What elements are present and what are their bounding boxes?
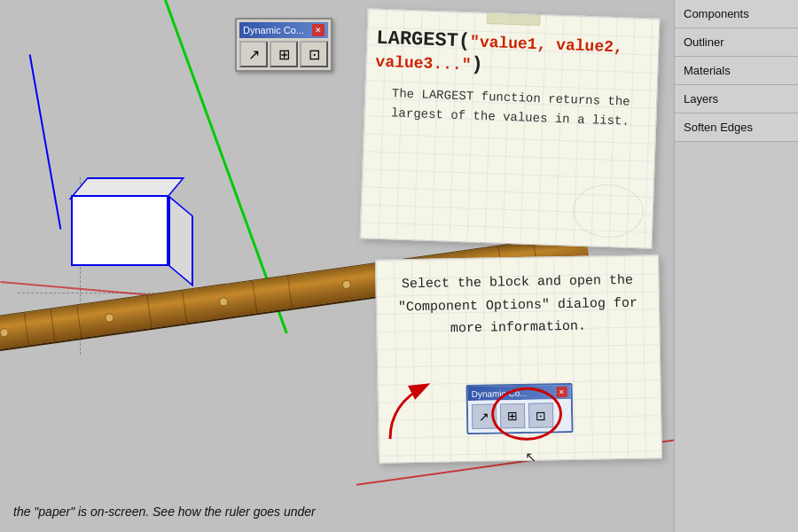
ruler-tick — [76, 305, 82, 338]
ruler-tick — [252, 281, 257, 314]
3d-viewport: LARGEST("value1, value2, value3...") The… — [0, 0, 674, 532]
panel-item-outliner[interactable]: Outliner — [675, 28, 798, 57]
toolbar-interact-button[interactable]: ⊡ — [300, 41, 328, 67]
mini-dialog-close-button[interactable]: ✕ — [557, 387, 567, 397]
bottom-caption-text: the "paper" is on-screen. See how the ru… — [13, 505, 316, 519]
ruler-tick — [50, 309, 55, 342]
cube-side-face — [168, 195, 193, 286]
ruler-tick — [146, 295, 152, 328]
mini-icon-component[interactable]: ⊞ — [500, 403, 525, 428]
panel-label-materials: Materials — [684, 64, 731, 77]
notecard1-content: LARGEST("value1, value2, value3...") The… — [373, 27, 650, 132]
ruler-dot — [105, 312, 114, 322]
mini-icon-select[interactable]: ↗ — [472, 403, 497, 428]
bottom-caption: the "paper" is on-screen. See how the ru… — [13, 505, 316, 519]
ruler-tick — [182, 291, 187, 324]
toolbar-title-text: Dynamic Co... — [243, 25, 304, 35]
notecard2-content: Select the block and open the "Component… — [389, 270, 645, 342]
mini-dialog-body: ↗ ⊞ ⊡ — [468, 399, 572, 433]
panel-item-layers[interactable]: Layers — [675, 85, 798, 113]
panel-label-components: Components — [684, 7, 749, 20]
function-closing: ) — [471, 54, 483, 76]
panel-label-soften-edges: Soften Edges — [684, 121, 753, 134]
toolbar-select-button[interactable]: ↗ — [239, 41, 268, 67]
notecard2-text: Select the block and open the "Component… — [389, 270, 645, 342]
toolbar-titlebar: Dynamic Co... ✕ — [239, 22, 328, 38]
function-title: LARGEST("value1, value2, value3...") — [375, 27, 650, 83]
function-name-text: LARGEST( — [376, 27, 470, 53]
ruler-dot — [0, 327, 9, 337]
toolbar-buttons-group: ↗ ⊞ ⊡ — [239, 41, 328, 67]
panel-label-outliner: Outliner — [684, 35, 724, 49]
ruler-tick — [24, 313, 29, 346]
mouse-cursor: ↖ — [525, 449, 536, 466]
ruler-dot — [219, 296, 229, 306]
ruler-dot — [341, 279, 351, 289]
right-panel: Components Outliner Materials Layers Sof… — [674, 0, 798, 532]
dynamic-components-toolbar[interactable]: Dynamic Co... ✕ ↗ ⊞ ⊡ — [235, 18, 332, 72]
notecard-largest: LARGEST("value1, value2, value3...") The… — [360, 8, 661, 248]
mini-dialog-title-text: Dynamic Co... — [472, 387, 528, 398]
ruler-tick — [287, 276, 293, 309]
mini-icon-interact[interactable]: ⊡ — [528, 403, 553, 427]
3d-cube — [53, 177, 168, 266]
arrow-indicator — [372, 377, 452, 448]
cube-front-face — [71, 195, 168, 266]
panel-item-soften-edges[interactable]: Soften Edges — [675, 113, 798, 142]
panel-item-components[interactable]: Components — [675, 0, 798, 28]
toolbar-close-button[interactable]: ✕ — [312, 24, 325, 36]
panel-item-materials[interactable]: Materials — [675, 57, 798, 85]
tape — [487, 8, 541, 26]
toolbar-component-button[interactable]: ⊞ — [270, 41, 298, 67]
panel-label-layers: Layers — [684, 92, 718, 106]
mini-dynamic-components-dialog[interactable]: Dynamic Co... ✕ ↗ ⊞ ⊡ — [466, 383, 573, 434]
